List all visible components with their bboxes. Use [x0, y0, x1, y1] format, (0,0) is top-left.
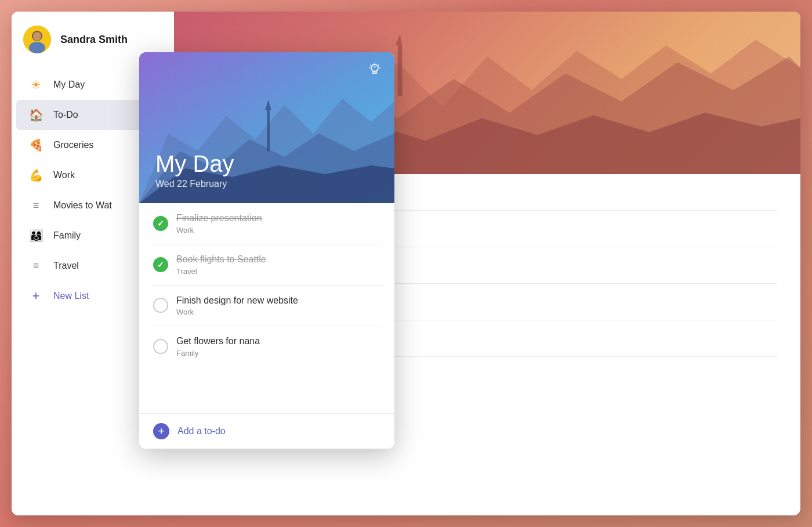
- task-list-name: Work: [176, 226, 380, 234]
- task-list-name: Family: [176, 349, 380, 358]
- task-list-name: Travel: [176, 267, 380, 276]
- muscle-icon: 💪: [28, 167, 44, 183]
- add-icon: +: [153, 423, 169, 439]
- new-list-label: New List: [53, 291, 89, 301]
- task-checkbox-4[interactable]: [153, 339, 168, 354]
- svg-line-18: [378, 65, 379, 66]
- task-checkbox-1[interactable]: [153, 216, 168, 231]
- sidebar-item-label: Family: [53, 230, 81, 241]
- pizza-icon: 🍕: [28, 137, 44, 153]
- add-icon: +: [28, 288, 44, 304]
- svg-point-15: [371, 64, 378, 71]
- task-name: Finalize presentation: [176, 212, 380, 225]
- list-item[interactable]: Book flights to Seattle Travel: [151, 244, 383, 286]
- myday-title: My Day: [155, 151, 378, 176]
- add-todo-button[interactable]: + Add a to-do: [139, 413, 394, 449]
- sun-icon: ☀: [28, 77, 44, 93]
- sidebar-item-label: Work: [53, 170, 75, 181]
- svg-rect-7: [398, 45, 403, 96]
- sidebar-item-label: Movies to Wat: [53, 200, 112, 211]
- task-name: Book flights to Seattle: [176, 254, 380, 266]
- svg-point-22: [374, 66, 376, 68]
- empty-space: [139, 367, 394, 413]
- task-info: Finish design for new website Work: [176, 295, 380, 317]
- svg-point-2: [29, 42, 45, 53]
- myday-overlay-panel: My Day Wed 22 February Finalize presenta…: [139, 52, 394, 449]
- task-name: Get flowers for nana: [176, 335, 380, 348]
- svg-marker-8: [396, 34, 403, 45]
- svg-line-20: [371, 65, 372, 66]
- avatar: [23, 26, 51, 53]
- task-info: Book flights to Seattle Travel: [176, 254, 380, 276]
- task-name: Finish design for new website: [176, 295, 380, 307]
- family-icon: 👨‍👩‍👧: [28, 228, 44, 244]
- svg-rect-13: [267, 110, 270, 151]
- list-icon: ≡: [28, 197, 44, 214]
- task-info: Finalize presentation Work: [176, 212, 380, 234]
- task-checkbox-2[interactable]: [153, 257, 168, 272]
- task-checkbox-3[interactable]: [153, 298, 168, 313]
- list-item[interactable]: Get flowers for nana Family: [151, 326, 383, 367]
- home-icon: 🏠: [28, 107, 44, 123]
- list-icon-travel: ≡: [28, 258, 44, 274]
- list-item[interactable]: Finish design for new website Work: [151, 286, 383, 327]
- task-info: Get flowers for nana Family: [176, 335, 380, 358]
- sidebar-item-label: My Day: [53, 80, 85, 90]
- sidebar-item-label: Travel: [53, 261, 79, 271]
- overlay-task-list: Finalize presentation Work Book flights …: [139, 203, 394, 367]
- task-list-name: Work: [176, 308, 380, 316]
- user-name: Sandra Smith: [60, 34, 128, 46]
- sidebar-item-label: To-Do: [53, 110, 78, 120]
- list-item[interactable]: Finalize presentation Work: [151, 203, 383, 244]
- myday-header: My Day Wed 22 February: [139, 52, 394, 203]
- sidebar-item-label: Groceries: [53, 140, 93, 150]
- lightbulb-icon[interactable]: [367, 62, 383, 81]
- add-todo-label: Add a to-do: [177, 426, 226, 436]
- myday-date: Wed 22 February: [155, 179, 378, 189]
